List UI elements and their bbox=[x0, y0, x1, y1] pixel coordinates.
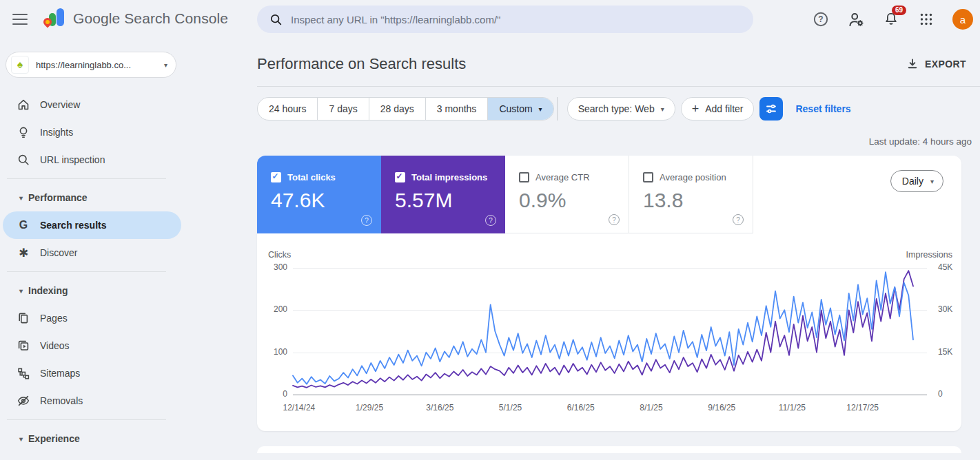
gsc-logo-icon bbox=[43, 7, 66, 30]
x-axis-tick: 11/1/25 bbox=[779, 403, 806, 412]
metric-label: Total impressions bbox=[411, 172, 487, 182]
checkbox-unchecked-icon[interactable] bbox=[643, 172, 653, 182]
chevron-down-icon: ▾ bbox=[19, 435, 23, 443]
home-icon bbox=[17, 98, 30, 112]
add-filter-button[interactable]: + Add filter bbox=[681, 97, 755, 121]
date-range-24-hours[interactable]: 24 hours bbox=[258, 98, 317, 120]
date-range-group: 24 hours 7 days 28 days 3 months Custom … bbox=[257, 97, 554, 121]
metric-value: 5.57M bbox=[395, 189, 505, 212]
metric-card-average-position[interactable]: Average position 13.8 ? bbox=[629, 156, 753, 233]
next-card-peek bbox=[257, 446, 961, 453]
sidebar: ♠ https://learninglabb.co... ▾ Overview … bbox=[0, 39, 207, 460]
checkbox-unchecked-icon[interactable] bbox=[519, 172, 529, 182]
tune-icon bbox=[765, 103, 777, 115]
metric-card-total-impressions[interactable]: Total impressions 5.57M ? bbox=[381, 156, 505, 233]
notification-count-badge: 69 bbox=[892, 6, 906, 15]
filter-tune-button[interactable] bbox=[759, 97, 783, 121]
left-axis-tick: 100 bbox=[257, 347, 287, 357]
filter-divider bbox=[557, 97, 558, 121]
chevron-down-icon: ▾ bbox=[661, 105, 664, 113]
add-filter-label: Add filter bbox=[705, 103, 743, 114]
sidebar-item-search-results[interactable]: G Search results bbox=[3, 211, 181, 239]
sitemap-tree-icon bbox=[17, 366, 30, 380]
url-inspection-searchbar[interactable] bbox=[257, 6, 753, 33]
sidebar-item-sitemaps[interactable]: Sitemaps bbox=[0, 359, 178, 387]
search-input[interactable] bbox=[291, 14, 741, 25]
sidebar-item-label: Insights bbox=[40, 127, 73, 138]
x-axis-tick: 1/29/25 bbox=[356, 403, 383, 412]
right-axis-tick: 15K bbox=[932, 347, 960, 357]
chevron-down-icon: ▾ bbox=[930, 178, 934, 185]
help-icon[interactable]: ? bbox=[485, 215, 496, 226]
search-type-filter[interactable]: Search type: Web ▾ bbox=[567, 97, 675, 121]
right-axis-tick: 30K bbox=[932, 304, 960, 314]
sidebar-item-removals[interactable]: Removals bbox=[0, 387, 178, 415]
google-apps-grid-icon[interactable] bbox=[917, 10, 935, 28]
left-axis-title: Clicks bbox=[268, 250, 291, 260]
user-settings-icon[interactable] bbox=[847, 10, 865, 28]
granularity-dropdown[interactable]: Daily ▾ bbox=[890, 170, 943, 192]
search-icon bbox=[17, 153, 30, 167]
metric-value: 47.6K bbox=[271, 189, 381, 212]
date-range-3-months[interactable]: 3 months bbox=[425, 98, 488, 120]
help-icon[interactable]: ? bbox=[361, 215, 372, 226]
metric-label: Average position bbox=[660, 172, 726, 182]
sidebar-divider bbox=[7, 178, 166, 179]
checkbox-checked-icon[interactable] bbox=[271, 172, 281, 182]
plus-icon: + bbox=[692, 103, 700, 115]
sidebar-section-indexing[interactable]: ▾ Indexing bbox=[0, 277, 207, 304]
svg-text:?: ? bbox=[818, 14, 823, 24]
property-selector[interactable]: ♠ https://learninglabb.co... ▾ bbox=[6, 52, 176, 78]
chevron-down-icon: ▾ bbox=[19, 287, 23, 295]
sidebar-section-experience[interactable]: ▾ Experience bbox=[0, 425, 207, 452]
sidebar-item-videos[interactable]: Videos bbox=[0, 332, 178, 359]
custom-label: Custom bbox=[499, 103, 532, 114]
page-title: Performance on Search results bbox=[257, 55, 466, 73]
sidebar-item-overview[interactable]: Overview bbox=[0, 91, 178, 118]
chart-lines bbox=[293, 268, 927, 397]
right-axis-tick: 0 bbox=[932, 389, 960, 399]
sidebar-item-label: Overview bbox=[40, 99, 80, 110]
date-range-7-days[interactable]: 7 days bbox=[317, 98, 368, 120]
left-axis-tick: 300 bbox=[257, 262, 287, 272]
chevron-down-icon: ▾ bbox=[19, 194, 23, 202]
sidebar-item-discover[interactable]: ✱ Discover bbox=[0, 239, 178, 266]
chevron-down-icon: ▾ bbox=[539, 105, 542, 113]
export-button[interactable]: EXPORT bbox=[906, 58, 966, 70]
sidebar-item-url-inspection[interactable]: URL inspection bbox=[0, 146, 178, 174]
video-icon bbox=[17, 339, 30, 353]
property-favicon: ♠ bbox=[11, 56, 29, 74]
search-icon bbox=[269, 13, 283, 26]
date-range-custom[interactable]: Custom ▾ bbox=[487, 98, 553, 120]
sidebar-item-label: Pages bbox=[40, 313, 68, 324]
account-avatar[interactable]: a bbox=[952, 9, 973, 30]
metric-label: Total clicks bbox=[287, 172, 336, 182]
metric-card-total-clicks[interactable]: Total clicks 47.6K ? bbox=[257, 156, 381, 233]
sidebar-item-pages[interactable]: Pages bbox=[0, 304, 178, 332]
x-axis-tick: 8/1/25 bbox=[640, 403, 662, 412]
main-content: Performance on Search results EXPORT 24 … bbox=[257, 39, 980, 460]
help-icon[interactable]: ? bbox=[812, 10, 830, 28]
help-icon[interactable]: ? bbox=[733, 214, 744, 225]
header-divider bbox=[257, 86, 980, 87]
left-axis-tick: 0 bbox=[257, 389, 287, 399]
checkbox-checked-icon[interactable] bbox=[395, 172, 405, 182]
sidebar-item-insights[interactable]: Insights bbox=[0, 118, 178, 146]
reset-filters-link[interactable]: Reset filters bbox=[795, 103, 850, 114]
x-axis-tick: 12/14/24 bbox=[283, 403, 316, 412]
gsc-logo[interactable]: Google Search Console bbox=[43, 7, 228, 30]
performance-chart[interactable]: Clicks Impressions 0100200300015K30K45K1… bbox=[257, 233, 961, 431]
chevron-down-icon: ▾ bbox=[164, 61, 167, 69]
notifications-bell-icon[interactable]: 69 bbox=[882, 10, 900, 28]
help-icon[interactable]: ? bbox=[609, 214, 620, 225]
metric-label: Average CTR bbox=[535, 172, 590, 182]
sidebar-section-performance[interactable]: ▾ Performance bbox=[0, 184, 207, 211]
menu-icon[interactable] bbox=[12, 11, 30, 28]
sidebar-item-label: URL inspection bbox=[40, 154, 105, 165]
discover-asterisk-icon: ✱ bbox=[17, 246, 30, 260]
date-range-28-days[interactable]: 28 days bbox=[369, 98, 425, 120]
sidebar-item-label: Removals bbox=[40, 395, 83, 406]
metric-value: 13.8 bbox=[643, 189, 753, 212]
download-icon bbox=[906, 58, 919, 70]
metric-card-average-ctr[interactable]: Average CTR 0.9% ? bbox=[505, 156, 629, 233]
